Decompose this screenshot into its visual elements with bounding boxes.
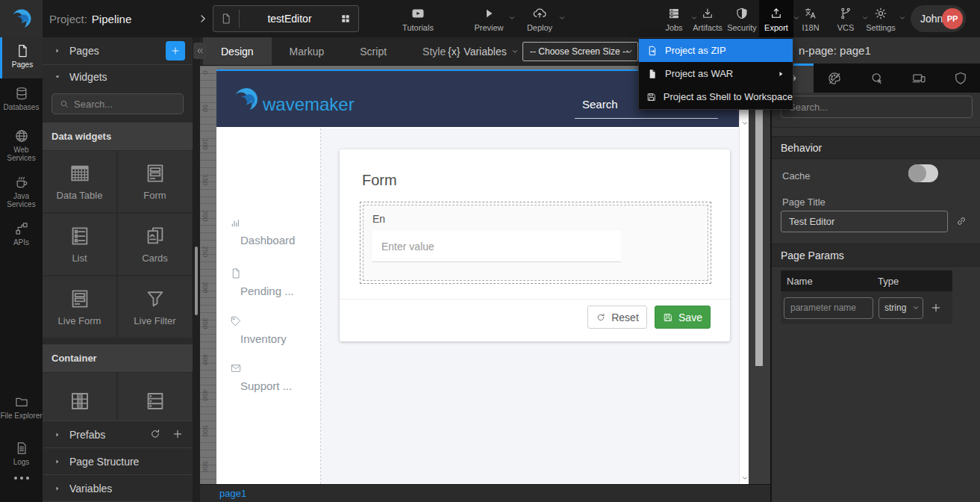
widget-live-filter[interactable]: Live Filter — [118, 276, 192, 338]
avatar[interactable]: PP — [942, 8, 963, 29]
selected-field-outline[interactable]: En — [360, 202, 711, 284]
artifacts-button[interactable]: Artifacts — [689, 5, 726, 35]
deploy-button[interactable]: Deploy — [520, 5, 559, 35]
sidebar-item-databases[interactable]: Databases — [0, 80, 43, 121]
ruler-mark: 450 — [202, 384, 209, 406]
page-tab-page1[interactable]: page1 — [219, 488, 246, 499]
column-name: Name — [781, 276, 878, 287]
refresh-icon[interactable] — [149, 428, 161, 440]
tab-devices[interactable] — [898, 63, 940, 93]
caret-right-icon — [53, 484, 62, 493]
sidebar-item-web-services[interactable]: Web Services — [0, 123, 43, 167]
tab-script[interactable]: Script — [342, 37, 405, 65]
widget-cards[interactable]: Cards — [118, 214, 192, 275]
plus-icon[interactable] — [172, 428, 184, 440]
jobs-button[interactable]: Jobs — [657, 5, 691, 35]
server-stack-icon — [667, 7, 681, 20]
menu-item-project-as-war[interactable]: Project as WAR — [639, 62, 793, 85]
widget-grid-layout[interactable] — [43, 373, 116, 421]
globe-icon — [14, 128, 29, 143]
top-bar: Project: Pipeline testEditor Tutorials P… — [0, 0, 980, 37]
page-structure-section-header[interactable]: Page Structure — [43, 447, 193, 474]
breadcrumb-chevron-icon — [196, 11, 210, 26]
nav-item-pending[interactable]: Pending ... — [230, 267, 294, 297]
tab-design[interactable]: Design — [203, 37, 272, 65]
collapse-panel-button[interactable] — [193, 43, 207, 59]
sidebar-item-logs[interactable]: Logs — [0, 435, 43, 476]
widget-form[interactable]: Form — [118, 151, 192, 212]
tab-events[interactable] — [855, 63, 897, 93]
widgets-panel: Pages Widgets Data widgets Data Table Fo… — [43, 37, 193, 502]
wavemaker-logo[interactable] — [0, 0, 43, 37]
parameter-name-input[interactable] — [784, 297, 873, 319]
data-widgets-header: Data widgets — [43, 123, 193, 150]
nav-item-dashboard[interactable]: Dashboard — [230, 217, 295, 247]
tab-security[interactable] — [940, 63, 980, 93]
api-nodes-icon — [14, 221, 29, 236]
parameter-type-select[interactable]: string — [878, 297, 923, 319]
field-text-input[interactable] — [372, 231, 621, 262]
properties-search-input[interactable] — [789, 102, 953, 113]
page-icon — [220, 13, 232, 25]
cloud-upload-icon — [532, 6, 547, 21]
widgets-section-header[interactable]: Widgets — [43, 66, 193, 88]
settings-button[interactable]: Settings — [862, 5, 899, 35]
page-params-section-header[interactable]: Page Params — [772, 244, 980, 267]
bind-link-icon[interactable] — [955, 215, 967, 227]
chevron-down-icon[interactable] — [508, 13, 516, 22]
chevron-down-icon[interactable] — [558, 13, 567, 22]
sidebar-item-java-services[interactable]: Java Services — [0, 169, 43, 214]
add-param-button[interactable] — [930, 302, 942, 314]
screen-size-select[interactable]: -- Choose Screen Size -- — [522, 42, 638, 61]
canvas-scrollbar-thumb[interactable] — [755, 71, 763, 366]
widget-grid: Data Table Form List Cards Live Form Liv… — [43, 151, 193, 338]
sidebar-item-file-explorer[interactable]: File Explorer — [0, 388, 43, 433]
reset-button[interactable]: Reset — [587, 306, 647, 329]
wave-logo-icon — [233, 86, 260, 113]
widget-list[interactable]: List — [43, 214, 116, 275]
tutorials-button[interactable]: Tutorials — [398, 5, 438, 35]
widget-accordion[interactable] — [118, 373, 192, 421]
widget-search-input[interactable] — [74, 99, 171, 110]
ruler-mark: 200 — [202, 205, 209, 227]
menu-item-project-as-shell[interactable]: Project as Shell to Workspace — [639, 85, 793, 108]
behavior-section-header[interactable]: Behavior — [772, 136, 980, 159]
grid-view-icon[interactable] — [340, 13, 352, 25]
cache-toggle[interactable] — [908, 164, 938, 182]
tab-markup[interactable]: Markup — [272, 37, 343, 65]
editor-tab-testeditor[interactable]: testEditor — [213, 5, 359, 32]
form-widget-card[interactable]: Form En Reset Save — [340, 149, 730, 341]
folder-icon — [14, 394, 29, 409]
panel-scrollbar-thumb[interactable] — [195, 247, 198, 315]
add-page-button[interactable] — [166, 41, 185, 61]
menu-item-project-as-zip[interactable]: Project as ZIP — [639, 39, 793, 62]
chevron-down-icon[interactable] — [898, 13, 907, 22]
prefabs-section-header[interactable]: Prefabs — [43, 421, 193, 447]
user-menu[interactable]: John PP — [911, 5, 966, 32]
preview-button[interactable]: Preview — [469, 5, 509, 35]
tab-styles[interactable] — [814, 63, 855, 93]
nav-item-inventory[interactable]: Inventory — [230, 315, 287, 345]
shield-outline-icon — [953, 71, 968, 86]
more-options-icon[interactable] — [0, 477, 43, 480]
widget-live-form[interactable]: Live Form — [43, 276, 116, 338]
ruler-mark: 250 — [202, 241, 209, 263]
variables-section-header[interactable]: Variables — [43, 474, 193, 502]
sidebar-item-pages[interactable]: Pages — [0, 37, 43, 78]
properties-search-box[interactable] — [781, 96, 973, 118]
security-button[interactable]: Security — [724, 5, 760, 35]
widget-data-table[interactable]: Data Table — [43, 151, 116, 212]
variables-dropdown[interactable]: {x} Variables — [448, 37, 519, 66]
export-button[interactable]: Export — [759, 0, 793, 37]
design-canvas-page[interactable]: wavemaker Search Dashboard Pending ... I… — [216, 69, 749, 484]
project-breadcrumb: Project: Pipeline — [49, 0, 131, 37]
nav-item-support[interactable]: Support ... — [230, 362, 292, 392]
vcs-button[interactable]: VCS — [829, 5, 862, 35]
save-button[interactable]: Save — [655, 306, 711, 329]
sidebar-item-apis[interactable]: APIs — [0, 215, 43, 256]
page-title-input[interactable] — [781, 211, 948, 232]
i18n-button[interactable]: I18N — [794, 5, 827, 35]
widget-search-box[interactable] — [52, 93, 184, 114]
left-rail: Pages Databases Web Services Java Servic… — [0, 37, 43, 502]
youtube-icon — [411, 6, 425, 21]
